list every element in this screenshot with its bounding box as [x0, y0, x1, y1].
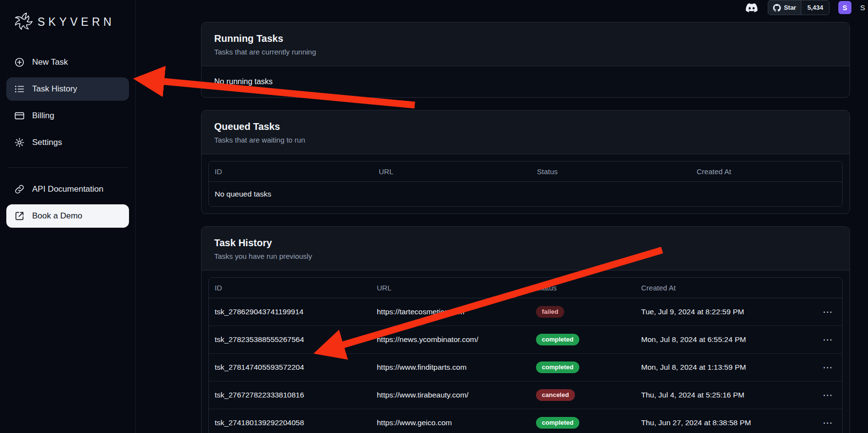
sidebar-item-label: Settings [32, 138, 62, 147]
sidebar-item-new-task[interactable]: New Task [6, 51, 129, 74]
task-created-at: Mon, Jul 8, 2024 at 1:13:59 PM [635, 355, 811, 379]
row-actions-button[interactable]: ⋯ [819, 306, 836, 318]
book-a-demo-button[interactable]: Book a Demo [6, 204, 129, 228]
gear-icon [14, 137, 25, 148]
table-row[interactable]: tsk_274180139292204058 https://www.geico… [209, 409, 842, 433]
status-badge: completed [536, 334, 579, 345]
table-row[interactable]: tsk_278629043741199914 https://tartecosm… [209, 298, 842, 326]
task-history-card: Task History Tasks you have run previous… [201, 226, 850, 433]
column-header-url: URL [373, 162, 531, 181]
sidebar: SKYVERN New Task Task History Billing Se… [0, 0, 136, 433]
task-id: tsk_274180139292204058 [209, 411, 371, 433]
running-tasks-header: Running Tasks Tasks that are currently r… [202, 22, 850, 66]
task-url: https://www.geico.com [371, 411, 530, 433]
sidebar-item-label: Task History [32, 84, 77, 94]
running-tasks-card: Running Tasks Tasks that are currently r… [201, 22, 850, 98]
logo-text: SKYVERN [37, 16, 115, 29]
status-badge: failed [536, 306, 564, 318]
row-actions-button[interactable]: ⋯ [819, 389, 836, 401]
github-star-widget[interactable]: Star 5,434 [768, 0, 830, 15]
table-row[interactable]: tsk_276727822333810816 https://www.tirab… [209, 381, 842, 409]
queued-tasks-table: ID URL Status Created At No queued tasks [208, 161, 843, 207]
task-history-header: Task History Tasks you have run previous… [202, 227, 850, 271]
task-created-at: Thu, Jun 27, 2024 at 8:38:58 PM [635, 411, 811, 433]
github-icon [773, 4, 781, 12]
card-subtitle: Tasks that are currently running [214, 48, 837, 56]
status-badge: completed [536, 361, 579, 373]
column-header-status: Status [530, 278, 635, 298]
task-url: https://www.finditparts.com [371, 355, 530, 379]
sidebar-item-label: API Documentation [32, 184, 103, 194]
task-created-at: Tue, Jul 9, 2024 at 8:22:59 PM [635, 300, 811, 324]
sidebar-item-label: Billing [32, 111, 54, 121]
row-actions-button[interactable]: ⋯ [819, 417, 836, 429]
column-header-actions [811, 282, 842, 294]
sidebar-item-api-documentation[interactable]: API Documentation [6, 178, 129, 201]
table-row[interactable]: tsk_278235388555267564 https://news.ycom… [209, 326, 842, 354]
sidebar-divider [8, 167, 127, 168]
status-badge: canceled [536, 389, 575, 401]
task-url: https://www.tirabeauty.com/ [371, 383, 530, 407]
topbar: Star 5,434 S S [136, 0, 868, 15]
table-row[interactable]: tsk_278147405593572204 https://www.findi… [209, 354, 842, 381]
task-id: tsk_278235388555267564 [209, 327, 371, 352]
user-name: S [860, 3, 865, 12]
queued-tasks-header: Queued Tasks Tasks that are waiting to r… [202, 110, 850, 154]
avatar[interactable]: S [838, 1, 851, 14]
card-subtitle: Tasks you have run previously [214, 252, 837, 260]
credit-card-icon [14, 110, 25, 121]
sidebar-item-label: Book a Demo [32, 211, 82, 221]
sidebar-item-settings[interactable]: Settings [6, 131, 129, 154]
skyvern-dragon-icon [10, 11, 33, 33]
table-header-row: ID URL Status Created At [209, 278, 842, 298]
task-created-at: Mon, Jul 8, 2024 at 6:55:24 PM [635, 327, 811, 352]
task-url: https://news.ycombinator.com/ [371, 327, 530, 352]
card-subtitle: Tasks that are waiting to run [214, 136, 837, 144]
row-actions-button[interactable]: ⋯ [819, 334, 836, 345]
column-header-created-at: Created At [691, 162, 842, 181]
empty-row: No queued tasks [209, 182, 842, 206]
table-header-row: ID URL Status Created At [209, 162, 842, 182]
github-star-label: Star [784, 4, 796, 11]
column-header-id: ID [209, 162, 373, 181]
card-title: Running Tasks [214, 33, 837, 44]
running-tasks-empty-text: No running tasks [208, 73, 843, 90]
column-header-url: URL [371, 278, 530, 298]
sidebar-item-label: New Task [32, 57, 68, 67]
task-created-at: Thu, Jul 4, 2024 at 5:25:16 PM [635, 383, 811, 407]
link-icon [14, 184, 25, 195]
column-header-created-at: Created At [635, 278, 811, 298]
task-id: tsk_278147405593572204 [209, 355, 371, 379]
external-link-icon [14, 211, 25, 221]
page-content: Running Tasks Tasks that are currently r… [136, 15, 868, 433]
sidebar-item-task-history[interactable]: Task History [6, 77, 129, 101]
github-star-count: 5,434 [801, 0, 829, 15]
column-header-id: ID [209, 278, 371, 298]
card-title: Queued Tasks [214, 121, 837, 132]
task-url: https://tartecosmetics.com [371, 300, 530, 324]
row-actions-button[interactable]: ⋯ [819, 361, 836, 373]
queued-tasks-card: Queued Tasks Tasks that are waiting to r… [201, 110, 850, 214]
task-id: tsk_276727822333810816 [209, 383, 371, 407]
status-badge: completed [536, 417, 579, 429]
plus-circle-icon [14, 57, 25, 68]
task-id: tsk_278629043741199914 [209, 300, 371, 324]
discord-icon[interactable] [744, 2, 759, 14]
task-history-table: ID URL Status Created At tsk_27862904374… [208, 277, 843, 433]
main-area: Star 5,434 S S Running Tasks Tasks that … [136, 0, 868, 433]
skyvern-logo[interactable]: SKYVERN [6, 8, 129, 36]
column-header-status: Status [531, 162, 691, 181]
list-icon [14, 84, 25, 94]
card-title: Task History [214, 237, 837, 249]
queued-tasks-empty-text: No queued tasks [209, 182, 373, 206]
sidebar-item-billing[interactable]: Billing [6, 104, 129, 127]
